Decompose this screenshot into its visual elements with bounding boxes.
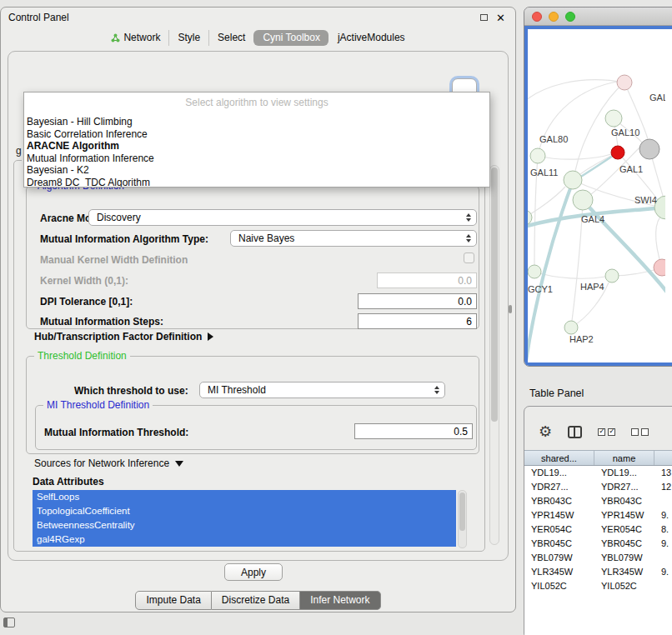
column-header-name[interactable]: name bbox=[594, 451, 654, 465]
network-node[interactable] bbox=[530, 148, 545, 163]
dropdown-item-bayesian-hill-climbing[interactable]: Bayesian - Hill Climbing bbox=[24, 116, 489, 128]
table-cell: 9. bbox=[654, 565, 672, 579]
mi-threshold-field[interactable] bbox=[354, 423, 473, 439]
network-node[interactable] bbox=[573, 190, 593, 210]
table-cell: YBL079W bbox=[524, 551, 594, 565]
column-header-shared[interactable]: shared... bbox=[524, 451, 594, 465]
table-row[interactable]: YDL19...YDL19...13 bbox=[524, 466, 672, 480]
table-panel-window: ⚙ shared...name YDL19...YDL19...13YDR27.… bbox=[524, 406, 672, 635]
float-window-icon[interactable] bbox=[480, 14, 488, 21]
table-cell: YDL19... bbox=[524, 466, 594, 480]
network-canvas[interactable]: GALGAL80GAL10GAL11GAL1SWI4GAL4GCY1HAP4HA… bbox=[528, 29, 672, 362]
dpi-tolerance-field[interactable] bbox=[358, 293, 477, 309]
network-node[interactable] bbox=[654, 259, 665, 276]
table-toolbar: ⚙ bbox=[524, 407, 672, 450]
table-row[interactable]: YDR27...YDR27...12 bbox=[524, 480, 672, 494]
mi-steps-field[interactable] bbox=[358, 313, 477, 329]
table-body: YDL19...YDL19...13YDR27...YDR27...12YBR0… bbox=[524, 466, 672, 635]
sources-expander[interactable]: Sources for Network Inference bbox=[34, 458, 183, 469]
tab-style[interactable]: Style bbox=[168, 30, 208, 46]
dropdown-item-basic-correlation-inference[interactable]: Basic Correlation Inference bbox=[24, 128, 489, 141]
network-node[interactable] bbox=[611, 146, 624, 159]
control-panel-titlebar: Control Panel ✕ bbox=[1, 8, 515, 28]
scrollbar-thumb[interactable] bbox=[491, 168, 498, 422]
table-row[interactable]: YIL052CYIL052C bbox=[524, 579, 672, 593]
zoom-window-icon[interactable] bbox=[565, 12, 575, 22]
dropdown-item-bayesian-k2[interactable]: Bayesian - K2 bbox=[24, 164, 489, 177]
apply-button[interactable]: Apply bbox=[224, 563, 283, 581]
manual-kernel-width-label: Manual Kernel Width Definition bbox=[40, 254, 188, 266]
dropdown-item-aracne-algorithm[interactable]: ARACNE Algorithm bbox=[24, 140, 489, 152]
table-row[interactable]: YBL079WYBL079W bbox=[524, 551, 672, 565]
network-node[interactable] bbox=[605, 110, 622, 127]
attribute-item-betweennesscentrality[interactable]: BetweennessCentrality bbox=[33, 518, 456, 532]
which-threshold-label: Which threshold to use: bbox=[74, 385, 188, 397]
attributes-list-scrollbar[interactable] bbox=[458, 490, 467, 548]
tab-label: jActiveModules bbox=[338, 32, 405, 43]
select-all-checkboxes-icon[interactable] bbox=[598, 428, 615, 436]
attribute-item-topologicalcoefficient[interactable]: TopologicalCoefficient bbox=[33, 504, 456, 518]
network-edge bbox=[538, 154, 611, 159]
network-node[interactable] bbox=[639, 139, 659, 159]
dropdown-item-mutual-information-inference[interactable]: Mutual Information Inference bbox=[24, 152, 489, 165]
node-label: GCY1 bbox=[528, 284, 553, 294]
table-row[interactable]: YBR045CYBR045C9. bbox=[524, 537, 672, 551]
tab-cyni-toolbox[interactable]: Cyni Toolbox bbox=[253, 30, 328, 46]
mi-algorithm-type-combobox[interactable]: Naive Bayes bbox=[230, 230, 477, 247]
deselect-all-checkboxes-icon[interactable] bbox=[631, 428, 649, 436]
close-window-icon[interactable]: ✕ bbox=[496, 12, 505, 23]
splitter-grip[interactable] bbox=[509, 305, 512, 313]
network-node[interactable] bbox=[564, 171, 582, 189]
bottom-tab-discretize-data[interactable]: Discretize Data bbox=[212, 591, 300, 610]
tab-label: Style bbox=[178, 32, 200, 43]
network-node[interactable] bbox=[564, 321, 578, 334]
table-cell: YDR27... bbox=[594, 480, 654, 494]
bottom-tab-infer-network[interactable]: Infer Network bbox=[300, 591, 380, 610]
hidden-text-fragment: g bbox=[16, 145, 22, 157]
table-cell: YBL079W bbox=[594, 551, 654, 565]
table-cell: YER054C bbox=[594, 522, 654, 537]
column-browser-icon[interactable] bbox=[568, 426, 582, 438]
dropdown-items: Bayesian - Hill ClimbingBasic Correlatio… bbox=[24, 116, 489, 188]
network-node[interactable] bbox=[617, 75, 632, 90]
cyni-algorithm-settings-group: Cyni Algorithm Settings Algorithm Defini… bbox=[13, 160, 485, 552]
chevron-down-icon bbox=[175, 461, 183, 467]
settings-gear-icon[interactable]: ⚙ bbox=[539, 424, 552, 439]
node-label: GAL11 bbox=[530, 168, 558, 178]
attribute-item-selfloops[interactable]: SelfLoops bbox=[33, 490, 456, 504]
mi-algorithm-type-label: Mutual Information Algorithm Type: bbox=[40, 233, 208, 245]
network-node[interactable] bbox=[528, 210, 532, 225]
close-window-icon[interactable] bbox=[532, 12, 542, 22]
bottom-tab-impute-data[interactable]: Impute Data bbox=[135, 591, 211, 610]
network-graph[interactable]: GALGAL80GAL10GAL11GAL1SWI4GAL4GCY1HAP4HA… bbox=[528, 29, 665, 362]
aracne-mode-combobox[interactable]: Discovery bbox=[88, 209, 477, 226]
network-node[interactable] bbox=[528, 265, 541, 278]
table-row[interactable]: YPR145WYPR145W9. bbox=[524, 508, 672, 522]
which-threshold-combobox[interactable]: MI Threshold bbox=[199, 382, 445, 398]
table-row[interactable]: YLR345WYLR345W9. bbox=[524, 565, 672, 579]
hub-definition-expander[interactable]: Hub/Transcription Factor Definition bbox=[34, 331, 213, 342]
table-row[interactable]: YER054CYER054C8. bbox=[524, 522, 672, 537]
node-label: GAL4 bbox=[581, 214, 604, 224]
tab-network[interactable]: Network bbox=[103, 30, 168, 46]
attribute-item-gal4rgexp[interactable]: gal4RGexp bbox=[33, 532, 456, 547]
kernel-width-field[interactable] bbox=[377, 272, 477, 288]
network-node[interactable] bbox=[605, 269, 619, 282]
tab-select[interactable]: Select bbox=[208, 30, 253, 46]
minimize-window-icon[interactable] bbox=[549, 12, 559, 22]
settings-scrollbar[interactable] bbox=[489, 165, 499, 545]
dropdown-item-dream8-dc-tdc-algorithm[interactable]: Dream8 DC_TDC Algorithm bbox=[24, 177, 489, 188]
manual-kernel-width-checkbox[interactable] bbox=[464, 252, 474, 263]
column-header-extra[interactable] bbox=[654, 451, 672, 465]
tab-jactivemodules[interactable]: jActiveModules bbox=[328, 30, 414, 46]
combo-arrows-icon bbox=[466, 234, 471, 242]
network-edge bbox=[618, 152, 658, 200]
chevron-right-icon bbox=[208, 332, 213, 341]
table-row[interactable]: YBR043CYBR043C bbox=[524, 494, 672, 508]
table-cell: 12 bbox=[654, 480, 672, 494]
algorithm-definition-group: Algorithm Definition Aracne Mode: Discov… bbox=[26, 186, 479, 329]
dropdown-placeholder: Select algorithm to view settings bbox=[24, 92, 489, 116]
dock-panel-icon[interactable] bbox=[3, 618, 15, 628]
tab-label: Network bbox=[123, 32, 160, 43]
scrollbar-thumb[interactable] bbox=[459, 492, 465, 531]
